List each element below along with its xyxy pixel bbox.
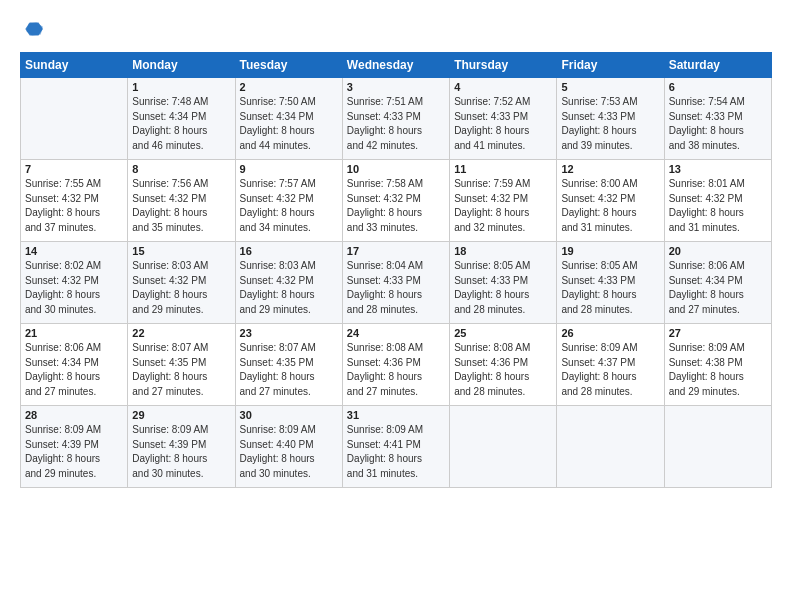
day-number: 12 bbox=[561, 163, 659, 175]
day-info: Sunrise: 8:08 AM Sunset: 4:36 PM Dayligh… bbox=[454, 341, 552, 399]
day-info: Sunrise: 8:01 AM Sunset: 4:32 PM Dayligh… bbox=[669, 177, 767, 235]
day-number: 25 bbox=[454, 327, 552, 339]
cell-5-3: 30Sunrise: 8:09 AM Sunset: 4:40 PM Dayli… bbox=[235, 406, 342, 488]
cell-2-6: 12Sunrise: 8:00 AM Sunset: 4:32 PM Dayli… bbox=[557, 160, 664, 242]
week-row-1: 1Sunrise: 7:48 AM Sunset: 4:34 PM Daylig… bbox=[21, 78, 772, 160]
day-info: Sunrise: 8:07 AM Sunset: 4:35 PM Dayligh… bbox=[132, 341, 230, 399]
day-number: 4 bbox=[454, 81, 552, 93]
cell-2-1: 7Sunrise: 7:55 AM Sunset: 4:32 PM Daylig… bbox=[21, 160, 128, 242]
cell-1-4: 3Sunrise: 7:51 AM Sunset: 4:33 PM Daylig… bbox=[342, 78, 449, 160]
cell-4-1: 21Sunrise: 8:06 AM Sunset: 4:34 PM Dayli… bbox=[21, 324, 128, 406]
day-info: Sunrise: 8:03 AM Sunset: 4:32 PM Dayligh… bbox=[240, 259, 338, 317]
day-number: 27 bbox=[669, 327, 767, 339]
day-info: Sunrise: 7:59 AM Sunset: 4:32 PM Dayligh… bbox=[454, 177, 552, 235]
cell-5-6 bbox=[557, 406, 664, 488]
day-number: 1 bbox=[132, 81, 230, 93]
col-header-saturday: Saturday bbox=[664, 53, 771, 78]
day-number: 17 bbox=[347, 245, 445, 257]
cell-4-3: 23Sunrise: 8:07 AM Sunset: 4:35 PM Dayli… bbox=[235, 324, 342, 406]
day-info: Sunrise: 8:02 AM Sunset: 4:32 PM Dayligh… bbox=[25, 259, 123, 317]
cell-5-4: 31Sunrise: 8:09 AM Sunset: 4:41 PM Dayli… bbox=[342, 406, 449, 488]
cell-3-7: 20Sunrise: 8:06 AM Sunset: 4:34 PM Dayli… bbox=[664, 242, 771, 324]
day-number: 22 bbox=[132, 327, 230, 339]
cell-1-6: 5Sunrise: 7:53 AM Sunset: 4:33 PM Daylig… bbox=[557, 78, 664, 160]
day-number: 7 bbox=[25, 163, 123, 175]
day-number: 14 bbox=[25, 245, 123, 257]
day-number: 2 bbox=[240, 81, 338, 93]
day-number: 26 bbox=[561, 327, 659, 339]
cell-3-5: 18Sunrise: 8:05 AM Sunset: 4:33 PM Dayli… bbox=[450, 242, 557, 324]
day-info: Sunrise: 7:48 AM Sunset: 4:34 PM Dayligh… bbox=[132, 95, 230, 153]
cell-2-5: 11Sunrise: 7:59 AM Sunset: 4:32 PM Dayli… bbox=[450, 160, 557, 242]
day-number: 10 bbox=[347, 163, 445, 175]
cell-5-2: 29Sunrise: 8:09 AM Sunset: 4:39 PM Dayli… bbox=[128, 406, 235, 488]
day-info: Sunrise: 7:56 AM Sunset: 4:32 PM Dayligh… bbox=[132, 177, 230, 235]
week-row-5: 28Sunrise: 8:09 AM Sunset: 4:39 PM Dayli… bbox=[21, 406, 772, 488]
day-info: Sunrise: 7:52 AM Sunset: 4:33 PM Dayligh… bbox=[454, 95, 552, 153]
cell-5-5 bbox=[450, 406, 557, 488]
day-number: 20 bbox=[669, 245, 767, 257]
day-info: Sunrise: 8:09 AM Sunset: 4:39 PM Dayligh… bbox=[132, 423, 230, 481]
day-info: Sunrise: 8:05 AM Sunset: 4:33 PM Dayligh… bbox=[561, 259, 659, 317]
day-number: 30 bbox=[240, 409, 338, 421]
day-info: Sunrise: 8:03 AM Sunset: 4:32 PM Dayligh… bbox=[132, 259, 230, 317]
logo-icon bbox=[22, 18, 44, 40]
cell-1-7: 6Sunrise: 7:54 AM Sunset: 4:33 PM Daylig… bbox=[664, 78, 771, 160]
cell-1-5: 4Sunrise: 7:52 AM Sunset: 4:33 PM Daylig… bbox=[450, 78, 557, 160]
day-number: 3 bbox=[347, 81, 445, 93]
cell-2-4: 10Sunrise: 7:58 AM Sunset: 4:32 PM Dayli… bbox=[342, 160, 449, 242]
cell-2-7: 13Sunrise: 8:01 AM Sunset: 4:32 PM Dayli… bbox=[664, 160, 771, 242]
day-number: 28 bbox=[25, 409, 123, 421]
col-header-sunday: Sunday bbox=[21, 53, 128, 78]
cell-1-1 bbox=[21, 78, 128, 160]
day-info: Sunrise: 8:06 AM Sunset: 4:34 PM Dayligh… bbox=[669, 259, 767, 317]
cell-4-4: 24Sunrise: 8:08 AM Sunset: 4:36 PM Dayli… bbox=[342, 324, 449, 406]
day-number: 21 bbox=[25, 327, 123, 339]
calendar-table: SundayMondayTuesdayWednesdayThursdayFrid… bbox=[20, 52, 772, 488]
cell-3-6: 19Sunrise: 8:05 AM Sunset: 4:33 PM Dayli… bbox=[557, 242, 664, 324]
day-info: Sunrise: 8:06 AM Sunset: 4:34 PM Dayligh… bbox=[25, 341, 123, 399]
col-header-friday: Friday bbox=[557, 53, 664, 78]
header-row: SundayMondayTuesdayWednesdayThursdayFrid… bbox=[21, 53, 772, 78]
day-info: Sunrise: 7:51 AM Sunset: 4:33 PM Dayligh… bbox=[347, 95, 445, 153]
day-info: Sunrise: 8:04 AM Sunset: 4:33 PM Dayligh… bbox=[347, 259, 445, 317]
day-number: 5 bbox=[561, 81, 659, 93]
day-info: Sunrise: 8:09 AM Sunset: 4:37 PM Dayligh… bbox=[561, 341, 659, 399]
col-header-monday: Monday bbox=[128, 53, 235, 78]
day-number: 8 bbox=[132, 163, 230, 175]
day-number: 18 bbox=[454, 245, 552, 257]
cell-3-3: 16Sunrise: 8:03 AM Sunset: 4:32 PM Dayli… bbox=[235, 242, 342, 324]
page-container: SundayMondayTuesdayWednesdayThursdayFrid… bbox=[0, 0, 792, 498]
day-number: 16 bbox=[240, 245, 338, 257]
week-row-2: 7Sunrise: 7:55 AM Sunset: 4:32 PM Daylig… bbox=[21, 160, 772, 242]
cell-4-7: 27Sunrise: 8:09 AM Sunset: 4:38 PM Dayli… bbox=[664, 324, 771, 406]
cell-4-2: 22Sunrise: 8:07 AM Sunset: 4:35 PM Dayli… bbox=[128, 324, 235, 406]
cell-4-5: 25Sunrise: 8:08 AM Sunset: 4:36 PM Dayli… bbox=[450, 324, 557, 406]
cell-3-1: 14Sunrise: 8:02 AM Sunset: 4:32 PM Dayli… bbox=[21, 242, 128, 324]
day-number: 15 bbox=[132, 245, 230, 257]
day-info: Sunrise: 7:57 AM Sunset: 4:32 PM Dayligh… bbox=[240, 177, 338, 235]
day-info: Sunrise: 8:05 AM Sunset: 4:33 PM Dayligh… bbox=[454, 259, 552, 317]
day-info: Sunrise: 8:08 AM Sunset: 4:36 PM Dayligh… bbox=[347, 341, 445, 399]
week-row-4: 21Sunrise: 8:06 AM Sunset: 4:34 PM Dayli… bbox=[21, 324, 772, 406]
day-info: Sunrise: 8:09 AM Sunset: 4:38 PM Dayligh… bbox=[669, 341, 767, 399]
day-number: 31 bbox=[347, 409, 445, 421]
cell-4-6: 26Sunrise: 8:09 AM Sunset: 4:37 PM Dayli… bbox=[557, 324, 664, 406]
day-number: 6 bbox=[669, 81, 767, 93]
day-info: Sunrise: 8:09 AM Sunset: 4:41 PM Dayligh… bbox=[347, 423, 445, 481]
day-info: Sunrise: 7:50 AM Sunset: 4:34 PM Dayligh… bbox=[240, 95, 338, 153]
day-info: Sunrise: 8:07 AM Sunset: 4:35 PM Dayligh… bbox=[240, 341, 338, 399]
day-info: Sunrise: 7:53 AM Sunset: 4:33 PM Dayligh… bbox=[561, 95, 659, 153]
cell-5-7 bbox=[664, 406, 771, 488]
col-header-thursday: Thursday bbox=[450, 53, 557, 78]
cell-2-2: 8Sunrise: 7:56 AM Sunset: 4:32 PM Daylig… bbox=[128, 160, 235, 242]
cell-3-2: 15Sunrise: 8:03 AM Sunset: 4:32 PM Dayli… bbox=[128, 242, 235, 324]
day-number: 23 bbox=[240, 327, 338, 339]
header bbox=[20, 18, 772, 44]
cell-1-2: 1Sunrise: 7:48 AM Sunset: 4:34 PM Daylig… bbox=[128, 78, 235, 160]
day-number: 9 bbox=[240, 163, 338, 175]
col-header-wednesday: Wednesday bbox=[342, 53, 449, 78]
day-number: 29 bbox=[132, 409, 230, 421]
cell-2-3: 9Sunrise: 7:57 AM Sunset: 4:32 PM Daylig… bbox=[235, 160, 342, 242]
day-info: Sunrise: 7:55 AM Sunset: 4:32 PM Dayligh… bbox=[25, 177, 123, 235]
